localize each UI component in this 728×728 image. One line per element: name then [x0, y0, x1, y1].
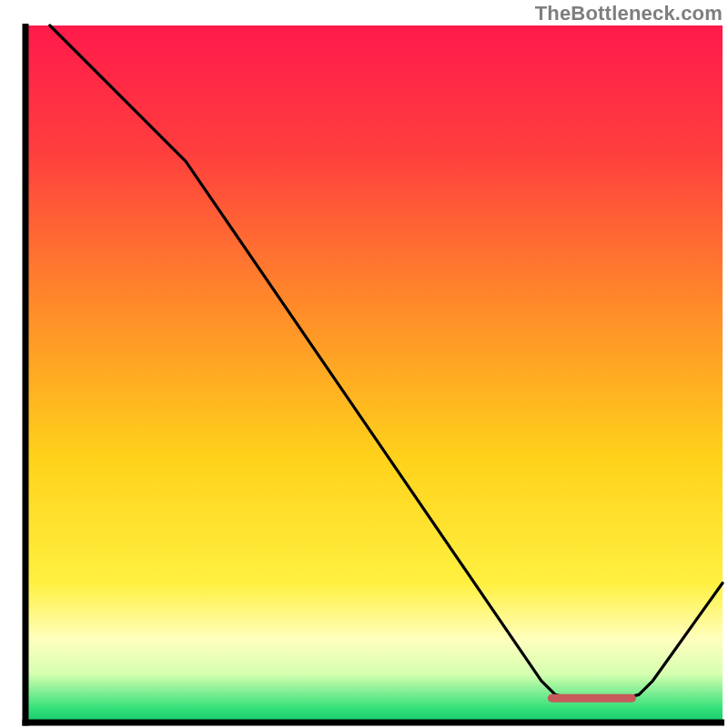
- chart-root: TheBottleneck.com: [0, 0, 728, 728]
- plot-background: [25, 25, 723, 723]
- chart-canvas: [0, 0, 728, 728]
- watermark: TheBottleneck.com: [535, 2, 723, 25]
